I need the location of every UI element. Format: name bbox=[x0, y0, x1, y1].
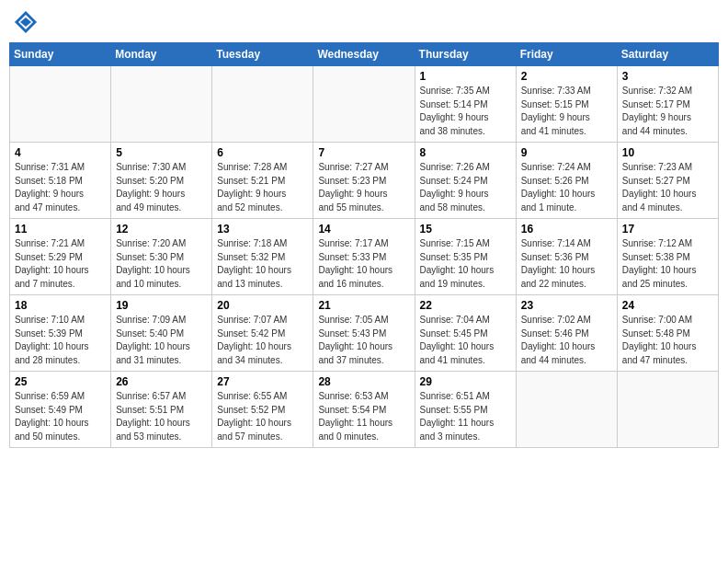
cell-date-number: 21 bbox=[318, 299, 409, 312]
calendar-week-row: 11Sunrise: 7:21 AM Sunset: 5:29 PM Dayli… bbox=[10, 219, 719, 295]
weekday-header: Wednesday bbox=[313, 43, 415, 66]
calendar-cell: 23Sunrise: 7:02 AM Sunset: 5:46 PM Dayli… bbox=[516, 295, 617, 372]
cell-info-text: Sunrise: 7:02 AM Sunset: 5:46 PM Dayligh… bbox=[521, 314, 612, 367]
calendar-header-row: SundayMondayTuesdayWednesdayThursdayFrid… bbox=[10, 43, 719, 66]
cell-date-number: 6 bbox=[217, 146, 308, 159]
cell-info-text: Sunrise: 7:26 AM Sunset: 5:24 PM Dayligh… bbox=[420, 161, 511, 214]
calendar-cell: 22Sunrise: 7:04 AM Sunset: 5:45 PM Dayli… bbox=[415, 295, 516, 372]
cell-date-number: 15 bbox=[420, 223, 511, 236]
cell-date-number: 22 bbox=[420, 299, 511, 312]
calendar-cell bbox=[212, 66, 313, 143]
weekday-header: Sunday bbox=[10, 43, 111, 66]
cell-date-number: 29 bbox=[420, 375, 511, 388]
cell-date-number: 9 bbox=[521, 146, 612, 159]
calendar-cell: 8Sunrise: 7:26 AM Sunset: 5:24 PM Daylig… bbox=[415, 143, 516, 219]
cell-info-text: Sunrise: 7:24 AM Sunset: 5:26 PM Dayligh… bbox=[521, 161, 612, 214]
cell-info-text: Sunrise: 7:07 AM Sunset: 5:42 PM Dayligh… bbox=[217, 314, 308, 367]
weekday-header: Friday bbox=[516, 43, 617, 66]
calendar-cell: 3Sunrise: 7:32 AM Sunset: 5:17 PM Daylig… bbox=[617, 66, 718, 143]
cell-date-number: 20 bbox=[217, 299, 308, 312]
calendar-cell: 1Sunrise: 7:35 AM Sunset: 5:14 PM Daylig… bbox=[415, 66, 516, 143]
calendar-cell bbox=[10, 66, 111, 143]
calendar-cell: 9Sunrise: 7:24 AM Sunset: 5:26 PM Daylig… bbox=[516, 143, 617, 219]
cell-date-number: 1 bbox=[420, 70, 511, 83]
calendar-table: SundayMondayTuesdayWednesdayThursdayFrid… bbox=[9, 42, 719, 448]
weekday-header: Thursday bbox=[415, 43, 516, 66]
cell-date-number: 7 bbox=[318, 146, 409, 159]
cell-date-number: 4 bbox=[15, 146, 106, 159]
cell-date-number: 18 bbox=[15, 299, 106, 312]
calendar-cell: 2Sunrise: 7:33 AM Sunset: 5:15 PM Daylig… bbox=[516, 66, 617, 143]
cell-date-number: 17 bbox=[622, 223, 713, 236]
calendar-cell: 7Sunrise: 7:27 AM Sunset: 5:23 PM Daylig… bbox=[313, 143, 415, 219]
calendar-cell: 10Sunrise: 7:23 AM Sunset: 5:27 PM Dayli… bbox=[617, 143, 718, 219]
calendar-cell: 27Sunrise: 6:55 AM Sunset: 5:52 PM Dayli… bbox=[212, 372, 313, 448]
calendar-cell bbox=[516, 372, 617, 448]
calendar-cell: 26Sunrise: 6:57 AM Sunset: 5:51 PM Dayli… bbox=[111, 372, 212, 448]
calendar-cell: 21Sunrise: 7:05 AM Sunset: 5:43 PM Dayli… bbox=[313, 295, 415, 372]
calendar-cell: 13Sunrise: 7:18 AM Sunset: 5:32 PM Dayli… bbox=[212, 219, 313, 295]
cell-info-text: Sunrise: 7:18 AM Sunset: 5:32 PM Dayligh… bbox=[217, 237, 308, 291]
cell-info-text: Sunrise: 7:31 AM Sunset: 5:18 PM Dayligh… bbox=[15, 161, 106, 214]
cell-info-text: Sunrise: 6:51 AM Sunset: 5:55 PM Dayligh… bbox=[420, 390, 511, 443]
cell-date-number: 26 bbox=[116, 375, 207, 388]
cell-date-number: 28 bbox=[318, 375, 409, 388]
calendar-cell: 12Sunrise: 7:20 AM Sunset: 5:30 PM Dayli… bbox=[111, 219, 212, 295]
cell-date-number: 5 bbox=[116, 146, 207, 159]
calendar-cell: 5Sunrise: 7:30 AM Sunset: 5:20 PM Daylig… bbox=[111, 143, 212, 219]
calendar-cell: 19Sunrise: 7:09 AM Sunset: 5:40 PM Dayli… bbox=[111, 295, 212, 372]
cell-info-text: Sunrise: 7:12 AM Sunset: 5:38 PM Dayligh… bbox=[622, 237, 713, 291]
cell-info-text: Sunrise: 7:28 AM Sunset: 5:21 PM Dayligh… bbox=[217, 161, 308, 214]
calendar-cell: 20Sunrise: 7:07 AM Sunset: 5:42 PM Dayli… bbox=[212, 295, 313, 372]
cell-info-text: Sunrise: 7:30 AM Sunset: 5:20 PM Dayligh… bbox=[116, 161, 207, 214]
cell-date-number: 10 bbox=[622, 146, 713, 159]
cell-info-text: Sunrise: 7:32 AM Sunset: 5:17 PM Dayligh… bbox=[622, 85, 713, 138]
cell-info-text: Sunrise: 7:21 AM Sunset: 5:29 PM Dayligh… bbox=[15, 237, 106, 291]
cell-info-text: Sunrise: 7:15 AM Sunset: 5:35 PM Dayligh… bbox=[420, 237, 511, 291]
cell-date-number: 3 bbox=[622, 70, 713, 83]
calendar-cell: 6Sunrise: 7:28 AM Sunset: 5:21 PM Daylig… bbox=[212, 143, 313, 219]
cell-date-number: 2 bbox=[521, 70, 612, 83]
cell-info-text: Sunrise: 6:57 AM Sunset: 5:51 PM Dayligh… bbox=[116, 390, 207, 443]
weekday-header: Tuesday bbox=[212, 43, 313, 66]
cell-info-text: Sunrise: 7:27 AM Sunset: 5:23 PM Dayligh… bbox=[318, 161, 409, 214]
calendar-cell: 16Sunrise: 7:14 AM Sunset: 5:36 PM Dayli… bbox=[516, 219, 617, 295]
cell-info-text: Sunrise: 7:23 AM Sunset: 5:27 PM Dayligh… bbox=[622, 161, 713, 214]
cell-date-number: 16 bbox=[521, 223, 612, 236]
cell-info-text: Sunrise: 6:55 AM Sunset: 5:52 PM Dayligh… bbox=[217, 390, 308, 443]
cell-date-number: 23 bbox=[521, 299, 612, 312]
cell-date-number: 19 bbox=[116, 299, 207, 312]
calendar-cell: 17Sunrise: 7:12 AM Sunset: 5:38 PM Dayli… bbox=[617, 219, 718, 295]
calendar-cell: 24Sunrise: 7:00 AM Sunset: 5:48 PM Dayli… bbox=[617, 295, 718, 372]
weekday-header: Monday bbox=[111, 43, 212, 66]
cell-info-text: Sunrise: 7:04 AM Sunset: 5:45 PM Dayligh… bbox=[420, 314, 511, 367]
cell-date-number: 25 bbox=[15, 375, 106, 388]
cell-info-text: Sunrise: 7:33 AM Sunset: 5:15 PM Dayligh… bbox=[521, 85, 612, 138]
calendar-cell: 4Sunrise: 7:31 AM Sunset: 5:18 PM Daylig… bbox=[10, 143, 111, 219]
weekday-header: Saturday bbox=[617, 43, 718, 66]
cell-date-number: 12 bbox=[116, 223, 207, 236]
cell-info-text: Sunrise: 7:35 AM Sunset: 5:14 PM Dayligh… bbox=[420, 85, 511, 138]
cell-info-text: Sunrise: 7:05 AM Sunset: 5:43 PM Dayligh… bbox=[318, 314, 409, 367]
calendar-week-row: 25Sunrise: 6:59 AM Sunset: 5:49 PM Dayli… bbox=[10, 372, 719, 448]
calendar-cell: 25Sunrise: 6:59 AM Sunset: 5:49 PM Dayli… bbox=[10, 372, 111, 448]
cell-info-text: Sunrise: 7:09 AM Sunset: 5:40 PM Dayligh… bbox=[116, 314, 207, 367]
cell-info-text: Sunrise: 7:20 AM Sunset: 5:30 PM Dayligh… bbox=[116, 237, 207, 291]
calendar-cell bbox=[313, 66, 415, 143]
cell-info-text: Sunrise: 7:00 AM Sunset: 5:48 PM Dayligh… bbox=[622, 314, 713, 367]
logo-icon bbox=[13, 9, 39, 35]
calendar-cell bbox=[111, 66, 212, 143]
cell-info-text: Sunrise: 7:14 AM Sunset: 5:36 PM Dayligh… bbox=[521, 237, 612, 291]
calendar-week-row: 4Sunrise: 7:31 AM Sunset: 5:18 PM Daylig… bbox=[10, 143, 719, 219]
calendar-cell: 15Sunrise: 7:15 AM Sunset: 5:35 PM Dayli… bbox=[415, 219, 516, 295]
cell-date-number: 13 bbox=[217, 223, 308, 236]
calendar-cell bbox=[617, 372, 718, 448]
cell-info-text: Sunrise: 7:10 AM Sunset: 5:39 PM Dayligh… bbox=[15, 314, 106, 367]
cell-info-text: Sunrise: 7:17 AM Sunset: 5:33 PM Dayligh… bbox=[318, 237, 409, 291]
logo bbox=[13, 9, 42, 35]
cell-date-number: 24 bbox=[622, 299, 713, 312]
calendar-week-row: 1Sunrise: 7:35 AM Sunset: 5:14 PM Daylig… bbox=[10, 66, 719, 143]
cell-info-text: Sunrise: 6:59 AM Sunset: 5:49 PM Dayligh… bbox=[15, 390, 106, 443]
cell-date-number: 8 bbox=[420, 146, 511, 159]
page-header bbox=[9, 9, 719, 35]
